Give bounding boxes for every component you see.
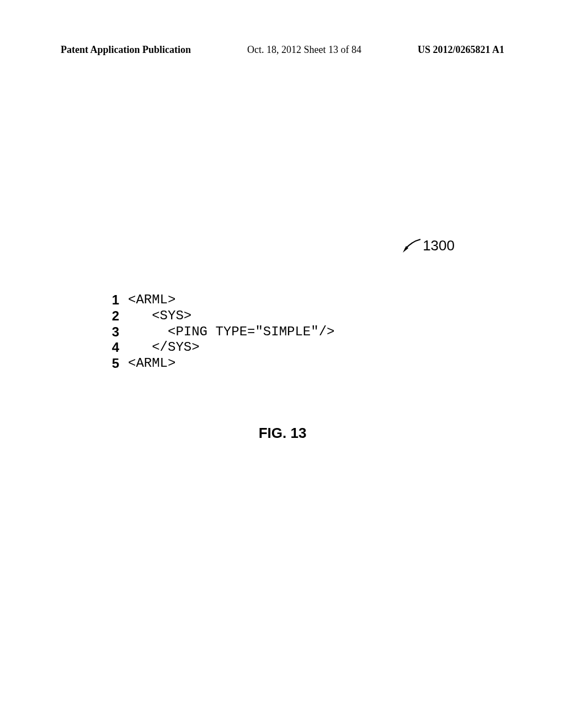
line-content: </SYS> bbox=[128, 340, 200, 356]
line-number: 2 bbox=[105, 308, 119, 324]
line-content: <ARML> bbox=[128, 292, 175, 308]
code-line: 5 <ARML> bbox=[105, 356, 334, 372]
line-content: <ARML> bbox=[128, 356, 175, 372]
figure-caption: FIG. 13 bbox=[0, 425, 565, 442]
line-number: 1 bbox=[105, 292, 119, 308]
line-content: <SYS> bbox=[128, 308, 191, 324]
header-patent-number: US 2012/0265821 A1 bbox=[418, 44, 504, 56]
code-line: 1 <ARML> bbox=[105, 292, 334, 308]
code-listing: 1 <ARML> 2 <SYS> 3 <PING TYPE="SIMPLE"/>… bbox=[105, 292, 334, 372]
header-center: Oct. 18, 2012 Sheet 13 of 84 bbox=[247, 44, 361, 56]
line-number: 5 bbox=[105, 356, 119, 372]
curved-arrow-icon bbox=[402, 238, 422, 254]
code-line: 4 </SYS> bbox=[105, 340, 334, 356]
code-line: 3 <PING TYPE="SIMPLE"/> bbox=[105, 324, 334, 340]
header-publication: Patent Application Publication bbox=[61, 44, 191, 56]
figure-reference: 1300 bbox=[402, 237, 455, 254]
line-number: 3 bbox=[105, 324, 119, 340]
line-content: <PING TYPE="SIMPLE"/> bbox=[128, 324, 334, 340]
line-number: 4 bbox=[105, 340, 119, 356]
page-header: Patent Application Publication Oct. 18, … bbox=[0, 44, 565, 56]
figure-reference-number: 1300 bbox=[422, 237, 455, 254]
code-line: 2 <SYS> bbox=[105, 308, 334, 324]
